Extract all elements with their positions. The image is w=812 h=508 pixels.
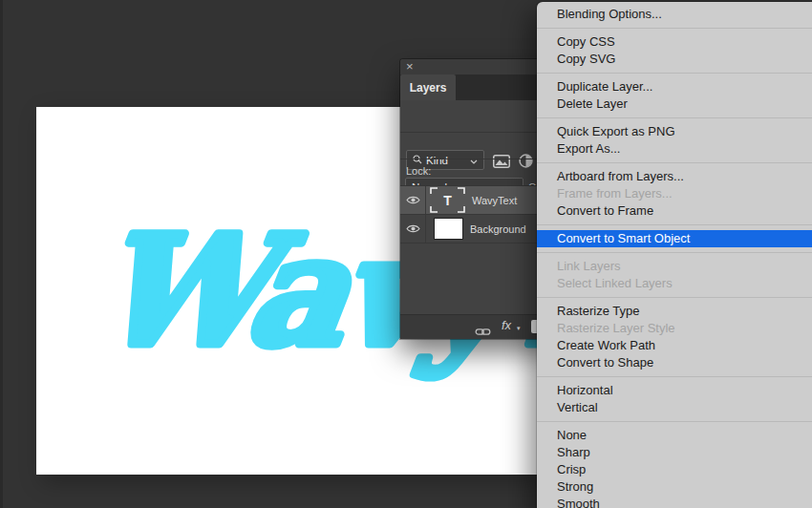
tab-layers[interactable]: Layers bbox=[400, 74, 456, 100]
menu-separator bbox=[537, 117, 812, 118]
layer-style-fx-icon[interactable]: fx bbox=[502, 318, 511, 332]
menu-item[interactable]: Convert to Shape bbox=[537, 354, 812, 371]
menu-item[interactable]: Strong bbox=[537, 478, 812, 496]
workspace-edge bbox=[0, 0, 3, 508]
layer-name: WavyText bbox=[472, 195, 517, 206]
filter-kind-label: Kind bbox=[426, 155, 448, 166]
menu-item[interactable]: Export As... bbox=[537, 140, 812, 158]
pixel-layer-filter-icon[interactable] bbox=[493, 155, 510, 172]
chevron-down-icon bbox=[470, 155, 478, 166]
svg-text:T: T bbox=[443, 193, 452, 208]
adjustment-layer-filter-icon[interactable] bbox=[519, 154, 533, 172]
background-layer-thumbnail[interactable] bbox=[434, 218, 463, 240]
menu-item[interactable]: Rasterize Type bbox=[537, 303, 812, 320]
visibility-eye-icon[interactable] bbox=[400, 215, 426, 243]
menu-item[interactable]: Artboard from Layers... bbox=[537, 168, 812, 185]
menu-separator bbox=[537, 421, 812, 422]
lock-label: Lock: bbox=[406, 165, 431, 177]
menu-item[interactable]: Frame from Layers... bbox=[537, 185, 812, 202]
menu-item[interactable]: Blending Options... bbox=[537, 6, 812, 23]
menu-item[interactable]: Convert to Frame bbox=[537, 202, 812, 220]
link-layers-icon[interactable] bbox=[475, 323, 491, 340]
menu-item[interactable]: Select Linked Layers bbox=[537, 275, 812, 292]
layer-name: Background bbox=[470, 223, 526, 235]
menu-item[interactable]: Create Work Path bbox=[537, 337, 812, 354]
menu-item[interactable]: Duplicate Layer... bbox=[537, 78, 812, 95]
search-icon bbox=[413, 155, 422, 166]
layer-context-menu: Blending Options...Copy CSSCopy SVGDupli… bbox=[537, 2, 812, 508]
menu-separator bbox=[537, 224, 812, 225]
menu-item[interactable]: Convert to Smart Object bbox=[537, 230, 812, 247]
fx-caret-icon: ▾ bbox=[517, 325, 521, 332]
menu-item[interactable]: Quick Export as PNG bbox=[537, 123, 812, 140]
close-icon[interactable]: × bbox=[406, 59, 414, 74]
menu-separator bbox=[537, 162, 812, 163]
photoshop-workspace: WavyText × Layers Kind bbox=[0, 0, 812, 508]
menu-item[interactable]: Rasterize Layer Style bbox=[537, 320, 812, 337]
menu-item[interactable]: Sharp bbox=[537, 444, 812, 461]
menu-separator bbox=[537, 252, 812, 253]
visibility-eye-icon[interactable] bbox=[400, 186, 426, 214]
text-layer-thumbnail[interactable]: T bbox=[430, 187, 465, 213]
menu-item[interactable]: None bbox=[537, 427, 812, 444]
menu-item[interactable]: Smooth bbox=[537, 496, 812, 508]
menu-separator bbox=[537, 376, 812, 377]
menu-item[interactable]: Crisp bbox=[537, 461, 812, 478]
menu-item[interactable]: Vertical bbox=[537, 399, 812, 416]
menu-item[interactable]: Horizontal bbox=[537, 382, 812, 399]
menu-separator bbox=[537, 28, 812, 29]
menu-item[interactable]: Delete Layer bbox=[537, 95, 812, 113]
menu-item[interactable]: Link Layers bbox=[537, 258, 812, 275]
menu-item[interactable]: Copy SVG bbox=[537, 51, 812, 68]
menu-separator bbox=[537, 73, 812, 74]
menu-item[interactable]: Copy CSS bbox=[537, 33, 812, 51]
menu-separator bbox=[537, 297, 812, 298]
